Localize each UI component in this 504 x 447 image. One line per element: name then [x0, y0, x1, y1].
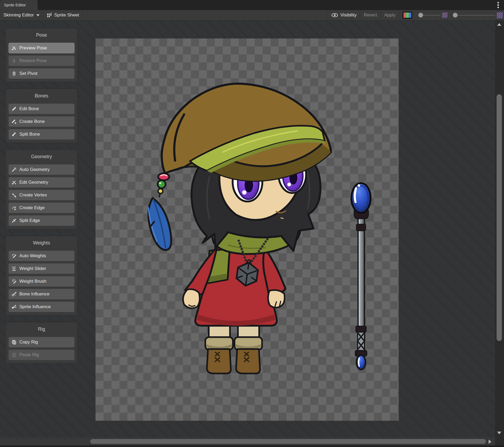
- skinning-canvas[interactable]: Pose Preview Pose Restore Pose: [0, 20, 495, 437]
- sprite-transparency-icon: [442, 12, 447, 18]
- scroll-right-icon[interactable]: [489, 440, 491, 444]
- sprite-influence-button[interactable]: Sprite Influence: [8, 302, 75, 312]
- sprite-opacity-slider[interactable]: [418, 12, 447, 18]
- bone-opacity-slider[interactable]: [453, 12, 503, 18]
- toolbar: Skinning Editor Sprite Sheet Visibility …: [0, 10, 504, 20]
- paste-rig-button[interactable]: Paste Rig: [8, 350, 75, 360]
- auto-geometry-button[interactable]: Auto Geometry: [8, 164, 75, 175]
- character-sprite: [95, 38, 399, 421]
- geometry-panel: Geometry Auto Geometry Edit Geometry: [5, 149, 78, 229]
- chevron-down-icon: [36, 14, 40, 16]
- edit-geometry-icon: [11, 180, 17, 185]
- eye-icon: [331, 13, 338, 18]
- create-vertex-button[interactable]: Create Vertex: [8, 190, 75, 200]
- copy-rig-icon: [11, 339, 17, 345]
- split-bone-button[interactable]: Split Bone: [8, 129, 75, 140]
- vertical-scroll-thumb[interactable]: [497, 94, 502, 341]
- scroll-up-icon[interactable]: [497, 23, 501, 26]
- split-edge-icon: [11, 218, 17, 223]
- horizontal-scroll-thumb[interactable]: [90, 439, 486, 444]
- apply-button[interactable]: Apply: [381, 10, 399, 20]
- pose-panel-title: Pose: [8, 32, 75, 38]
- create-edge-button[interactable]: Create Edge: [8, 203, 75, 213]
- slider-knob[interactable]: [418, 13, 423, 18]
- auto-weights-icon: [11, 253, 17, 259]
- weight-slider-button[interactable]: Weight Slider: [8, 263, 75, 274]
- slider-knob[interactable]: [453, 13, 458, 18]
- copy-rig-button[interactable]: Copy Rig: [8, 337, 75, 347]
- sprite-editor-window: Sprite Editor Skinning Editor Sprite She…: [0, 0, 504, 447]
- bone-influence-button[interactable]: Bone Influence: [8, 289, 75, 299]
- pose-panel: Pose Preview Pose Restore Pose: [5, 28, 78, 82]
- edit-bone-button[interactable]: Edit Bone: [8, 104, 75, 114]
- tab-bar: Sprite Editor: [0, 0, 504, 10]
- scroll-down-icon[interactable]: [497, 432, 501, 434]
- create-edge-icon: [11, 205, 17, 210]
- skinning-editor-dropdown[interactable]: Skinning Editor: [0, 10, 43, 20]
- preview-pose-icon: [11, 45, 17, 51]
- slider-track[interactable]: [458, 15, 495, 16]
- bones-panel-title: Bones: [8, 92, 75, 99]
- toolbar-separator: [82, 10, 83, 20]
- scrollbar-corner: [495, 437, 504, 445]
- color-swatch-group: [399, 10, 416, 20]
- vertical-scrollbar[interactable]: [495, 20, 504, 437]
- paste-rig-icon: [11, 352, 17, 358]
- rig-panel-title: Rig: [8, 326, 75, 333]
- create-vertex-icon: [11, 192, 17, 198]
- rgb-swatch-icon[interactable]: [403, 12, 412, 19]
- restore-pose-button[interactable]: Restore Pose: [8, 55, 75, 66]
- visibility-button[interactable]: Visibility: [328, 10, 360, 20]
- rig-panel: Rig Copy Rig Paste Rig: [5, 322, 78, 364]
- window-bottom-edge: [0, 445, 504, 447]
- tool-panel-column: Pose Preview Pose Restore Pose: [5, 28, 78, 364]
- sprite-texture-area[interactable]: [95, 38, 399, 421]
- auto-geometry-icon: [11, 167, 17, 172]
- bones-panel: Bones Edit Bone Create Bone: [5, 89, 78, 143]
- geometry-panel-title: Geometry: [8, 153, 75, 160]
- slider-track[interactable]: [423, 15, 441, 16]
- edit-bone-icon: [11, 106, 17, 111]
- set-pivot-icon: [11, 71, 17, 76]
- sprite-sheet-icon: [47, 12, 52, 18]
- horizontal-scrollbar[interactable]: [0, 437, 495, 445]
- tab-title: Sprite Editor: [4, 3, 26, 7]
- weight-brush-icon: [11, 279, 17, 284]
- split-edge-button[interactable]: Split Edge: [8, 215, 75, 226]
- bone-transparency-icon: [497, 12, 503, 18]
- staff-sprite: [351, 183, 371, 369]
- auto-weights-button[interactable]: Auto Weights: [8, 251, 75, 261]
- revert-button[interactable]: Revert: [360, 10, 380, 20]
- weights-panel-title: Weights: [8, 239, 75, 246]
- preview-pose-button[interactable]: Preview Pose: [8, 43, 75, 53]
- restore-pose-icon: [11, 58, 17, 63]
- set-pivot-button[interactable]: Set Pivot: [8, 68, 75, 79]
- weight-slider-icon: [11, 266, 17, 271]
- split-bone-icon: [11, 132, 17, 137]
- edit-geometry-button[interactable]: Edit Geometry: [8, 177, 75, 188]
- create-bone-icon: [11, 119, 17, 124]
- weights-panel: Weights Auto Weights Weight Slider: [5, 236, 78, 316]
- create-bone-button[interactable]: Create Bone: [8, 116, 75, 127]
- weight-brush-button[interactable]: Weight Brush: [8, 276, 75, 287]
- kebab-menu-icon[interactable]: [497, 2, 499, 8]
- sprite-influence-icon: [11, 304, 17, 310]
- tab-sprite-editor[interactable]: Sprite Editor: [0, 0, 38, 10]
- sprite-sheet-button[interactable]: Sprite Sheet: [43, 10, 82, 20]
- bone-influence-icon: [11, 291, 17, 297]
